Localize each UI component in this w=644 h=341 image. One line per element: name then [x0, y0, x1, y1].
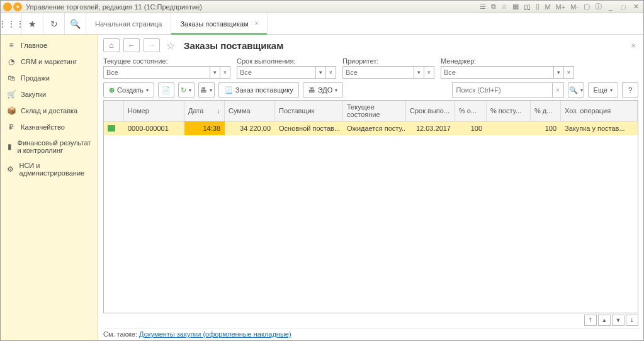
page-title: Заказы поставщикам	[184, 40, 283, 51]
sidebar: ≡Главное ◔CRM и маркетинг 🛍Продажи 🛒Заку…	[1, 35, 98, 340]
col-date[interactable]: Дата↓	[184, 101, 225, 121]
col-pct-d[interactable]: % д...	[531, 101, 561, 121]
filter-state-input[interactable]	[103, 66, 210, 79]
tab-start-page[interactable]: Начальная страница	[86, 13, 171, 34]
content-area: ⌂ ← → ☆ Заказы поставщикам × Текущее сос…	[98, 35, 643, 340]
maximize-button[interactable]: □	[618, 3, 628, 11]
search-input[interactable]	[452, 82, 553, 98]
filter-manager: Менеджер: ▾×	[441, 57, 574, 79]
app-dropdown-icon[interactable]: ▾	[13, 3, 22, 11]
close-button[interactable]: ✕	[631, 3, 641, 11]
col-pct-post[interactable]: % посту...	[487, 101, 531, 121]
toolbar-icon[interactable]: ☰	[478, 3, 487, 11]
toolbar-icon[interactable]: ▢	[582, 3, 591, 11]
search-icon[interactable]: 🔍	[65, 13, 86, 34]
toolbar-icon[interactable]: ⧉	[490, 3, 497, 11]
sort-icon: ↓	[217, 107, 221, 115]
grid-nav: ⤒ ▲ ▼ ⤓	[103, 313, 638, 328]
nav-down-icon[interactable]: ▼	[612, 315, 624, 326]
col-pct-o[interactable]: % о...	[455, 101, 487, 121]
search-clear-icon[interactable]: ×	[553, 82, 564, 98]
chevron-down-icon[interactable]: ▾	[210, 66, 220, 79]
page-close-icon[interactable]: ×	[628, 41, 638, 50]
back-button[interactable]: ←	[123, 38, 140, 52]
gear-icon: ⚙	[7, 165, 14, 174]
toolbar-icon[interactable]: ▦	[511, 3, 520, 11]
footer-links: См. также: Документы закупки (оформленны…	[103, 328, 638, 338]
tab-bar: ⋮⋮⋮ ★ ↻ 🔍 Начальная страница Заказы пост…	[1, 13, 643, 35]
plus-icon: ⊕	[109, 86, 115, 94]
filter-due-input[interactable]	[237, 66, 316, 79]
filter-priority-input[interactable]	[342, 66, 414, 79]
minimize-button[interactable]: _	[606, 3, 616, 11]
col-number[interactable]: Номер	[124, 101, 184, 121]
tab-orders[interactable]: Заказы поставщикам ×	[171, 13, 268, 34]
tab-close-icon[interactable]: ×	[255, 20, 259, 27]
edo-button[interactable]: 🖶 ЭДО ▾	[303, 82, 344, 98]
toolbar-icon[interactable]: ☆	[500, 3, 509, 11]
m-minus-button[interactable]: M-	[569, 3, 580, 11]
chevron-down-icon: ▾	[146, 87, 149, 93]
nav-first-icon[interactable]: ⤒	[584, 315, 597, 326]
col-due[interactable]: Срок выпо...	[406, 101, 455, 121]
clear-icon[interactable]: ×	[220, 66, 230, 79]
sidebar-item-treasury[interactable]: ₽Казначейство	[1, 119, 98, 135]
clear-icon[interactable]: ×	[564, 66, 574, 79]
table-row[interactable]: 0000-000001 14:38 34 220,00 Основной пос…	[104, 121, 638, 135]
chevron-down-icon[interactable]: ▾	[414, 66, 424, 79]
print-button[interactable]: 🖶▾	[198, 82, 215, 98]
app-logo-icon	[3, 3, 12, 11]
toolbar-icon[interactable]: ▯	[534, 3, 541, 11]
col-sum[interactable]: Сумма	[225, 101, 275, 121]
crm-icon: ◔	[7, 57, 16, 66]
more-button[interactable]: Еще ▾	[588, 82, 618, 98]
forward-button[interactable]: →	[144, 38, 160, 52]
clear-icon[interactable]: ×	[424, 66, 434, 79]
data-grid: Номер Дата↓ Сумма Поставщик Текущее сост…	[103, 100, 638, 313]
sidebar-item-warehouse[interactable]: 📦Склад и доставка	[1, 103, 98, 119]
sidebar-item-sales[interactable]: 🛍Продажи	[1, 70, 98, 86]
sidebar-item-admin[interactable]: ⚙НСИ и администрирование	[1, 158, 98, 181]
filter-manager-input[interactable]	[441, 66, 554, 79]
m-plus-button[interactable]: M+	[555, 3, 567, 11]
related-link[interactable]: Документы закупки (оформленные накладные…	[139, 330, 291, 338]
col-state[interactable]: Текущее состояние	[343, 101, 406, 121]
nav-up-icon[interactable]: ▲	[598, 315, 611, 326]
sales-icon: 🛍	[7, 74, 16, 82]
create-button[interactable]: ⊕Создать▾	[103, 82, 154, 98]
help-button[interactable]: ?	[622, 82, 638, 98]
col-icon[interactable]	[104, 101, 124, 121]
refresh-button[interactable]: ↻▾	[178, 82, 195, 98]
window-title: Управление торговлей, редакция 11 (1С:Пр…	[26, 3, 202, 11]
sidebar-item-main[interactable]: ≡Главное	[1, 37, 98, 53]
sidebar-item-finance[interactable]: ▮Финансовый результат и контроллинг	[1, 135, 98, 158]
favorites-icon[interactable]: ★	[22, 13, 43, 34]
home-button[interactable]: ⌂	[103, 38, 120, 52]
info-icon[interactable]: ⓘ	[594, 2, 603, 11]
chevron-down-icon[interactable]: ▾	[316, 66, 326, 79]
window-titlebar: ▾ Управление торговлей, редакция 11 (1С:…	[1, 1, 643, 13]
order-button[interactable]: 📃 Заказ поставщику	[218, 82, 299, 98]
filter-state: Текущее состояние: ▾×	[103, 57, 230, 79]
col-op[interactable]: Хоз. операция	[561, 101, 638, 121]
warehouse-icon: 📦	[7, 106, 16, 115]
col-supplier[interactable]: Поставщик	[275, 101, 343, 121]
clear-icon[interactable]: ×	[326, 66, 336, 79]
copy-button[interactable]: 📄	[158, 82, 174, 98]
filter-priority: Приоритет: ▾×	[342, 57, 434, 79]
nav-last-icon[interactable]: ⤓	[626, 315, 638, 326]
apps-icon[interactable]: ⋮⋮⋮	[1, 13, 22, 34]
grid-header: Номер Дата↓ Сумма Поставщик Текущее сост…	[104, 101, 638, 121]
sidebar-item-purchases[interactable]: 🛒Закупки	[1, 86, 98, 103]
history-icon[interactable]: ↻	[43, 13, 65, 34]
toolbar-icon[interactable]: 🕮	[523, 3, 532, 11]
favorite-icon[interactable]: ☆	[164, 40, 178, 52]
filter-due: Срок выполнения: ▾×	[237, 57, 336, 79]
cart-icon: 🛒	[7, 90, 16, 99]
m-button[interactable]: M	[543, 3, 551, 11]
sidebar-item-crm[interactable]: ◔CRM и маркетинг	[1, 53, 98, 70]
doc-icon	[108, 125, 115, 131]
home-icon: ≡	[7, 41, 16, 50]
chevron-down-icon[interactable]: ▾	[554, 66, 564, 79]
find-button[interactable]: 🔍▾	[568, 82, 584, 98]
